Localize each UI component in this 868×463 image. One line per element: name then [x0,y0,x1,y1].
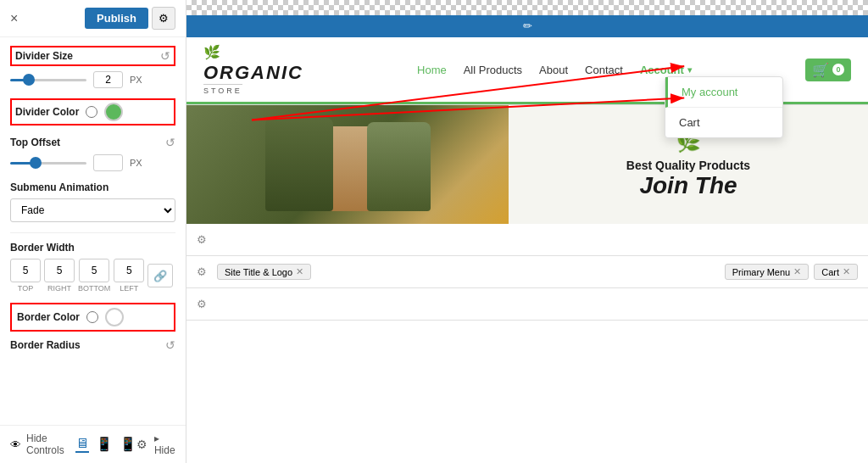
divider-size-unit: PX [130,75,142,85]
border-color-swatch[interactable] [105,308,124,326]
nav-logo-sub: STORE [203,84,242,95]
top-offset-value[interactable] [93,154,123,171]
submenu-animation-select[interactable]: Fade Slide None [10,198,175,222]
border-right-input[interactable]: 5 [44,259,75,282]
cart-pill-close[interactable]: ✕ [843,266,850,277]
hide-controls-label: Hide Controls [26,432,75,456]
preview-subtitle: Best Quality Products [626,159,750,172]
border-link-button[interactable]: 🔗 [147,264,173,287]
border-right-label: RIGHT [47,284,71,293]
row-2-right: Primary Menu ✕ Cart ✕ [725,264,868,280]
row-1-add-icon[interactable]: ⚙ [186,233,217,246]
dropdown-item-cart[interactable]: Cart [665,108,782,137]
top-offset-slider-row: PX [10,154,175,171]
nav-link-about[interactable]: About [539,64,568,76]
divider-color-section: Divider Color [10,98,175,126]
desktop-icon[interactable]: 🖥 [75,436,89,453]
account-chevron-icon: ▾ [687,65,692,75]
nav-cart[interactable]: 🛒 0 [805,59,851,81]
cart-badge: 0 [832,64,844,75]
top-offset-reset[interactable]: ↺ [165,136,175,149]
divider-color-swatch[interactable] [104,103,123,121]
nav-logo: 🌿 ORGANIC STORE [203,44,303,95]
tablet-icon[interactable]: 📱 [96,436,113,453]
dropdown-item-myaccount[interactable]: My account [665,77,782,108]
border-top-wrap: 5 TOP [10,259,41,293]
preview-area: ✏ 🌿 ORGANIC STORE Home All Products Abou… [186,0,868,463]
section-edit-icon[interactable]: ✏ [517,15,537,36]
top-offset-unit: PX [130,158,142,168]
row-3-add-icon[interactable]: ⚙ [186,298,217,310]
bag-dark [367,122,431,211]
close-button[interactable]: × [10,11,18,26]
account-dropdown-menu: My account Cart [665,76,783,138]
nav-logo-title: ORGANIC [203,62,303,84]
border-left-input[interactable]: 5 [114,259,144,282]
border-inputs: 5 TOP 5 RIGHT 5 BOTTOM 5 LEFT [10,259,175,293]
submenu-animation-label: Submenu Animation [10,181,175,193]
border-radius-label: Border Radius [10,339,81,351]
divider-size-slider[interactable] [10,79,86,81]
divider-size-slider-row: 2 PX [10,71,175,88]
border-color-label: Border Color [17,311,80,323]
mobile-icon[interactable]: 📱 [120,436,136,453]
row-2-add-icon[interactable]: ⚙ [186,265,217,278]
border-left-label: LEFT [120,284,138,293]
publish-button[interactable]: Publish [85,8,148,29]
nav-links: Home All Products About Contact Account … [417,64,692,76]
border-color-radio[interactable] [86,311,98,323]
hide-controls-toggle[interactable]: 👁 Hide Controls [10,432,75,456]
top-offset-slider[interactable] [10,162,86,165]
nav-link-contact[interactable]: Contact [585,64,623,76]
divider-size-value[interactable]: 2 [93,71,123,88]
divider-size-reset[interactable]: ↺ [160,49,170,63]
submenu-animation-section: Submenu Animation Fade Slide None [10,181,175,222]
cart-pill-label: Cart [821,267,839,277]
publish-area: Publish ⚙ [85,7,175,30]
divider-size-section: Divider Size ↺ 2 PX [10,46,175,88]
account-label: Account [640,64,684,76]
device-icons: 🖥 📱 📱 [75,436,136,453]
hide-button[interactable]: ▸ Hide [154,432,175,456]
divider-size-label: Divider Size [15,50,73,62]
border-bottom-input[interactable]: 5 [79,259,109,282]
nav-account-dropdown[interactable]: Account ▾ [640,64,692,76]
primary-menu-close[interactable]: ✕ [793,266,801,277]
panel-content: Divider Size ↺ 2 PX Divider Color [0,37,186,425]
border-width-label: Border Width [10,242,175,254]
nav-link-home[interactable]: Home [417,64,447,76]
nav-link-all-products[interactable]: All Products [464,64,522,76]
border-width-section: Border Width 5 TOP 5 RIGHT 5 BOTTOM [10,242,175,293]
border-right-wrap: 5 RIGHT [44,259,75,293]
divider-line [10,232,175,233]
site-title-logo-close[interactable]: ✕ [296,266,303,277]
border-radius-reset[interactable]: ↺ [165,338,175,352]
product-image [186,105,509,224]
preview-content: 🌿 Best Quality Products Join The ⚙ ⚙ Sit… [186,105,868,463]
footer-right-controls: ⚙ ▸ Hide [136,432,175,456]
panel-footer: 👁 Hide Controls 🖥 📱 📱 ⚙ ▸ Hide [0,425,186,463]
builder-row-2: ⚙ Site Title & Logo ✕ Primary Menu ✕ [186,256,868,288]
site-title-logo-pill: Site Title & Logo ✕ [217,264,311,280]
preview-heading: Join The [639,172,737,199]
divider-color-radio[interactable] [86,106,97,118]
border-radius-section: Border Radius ↺ [10,338,175,352]
builder-row-3: ⚙ [186,288,868,321]
primary-menu-pill: Primary Menu ✕ [725,264,809,280]
cart-pill: Cart ✕ [814,264,858,280]
top-offset-label: Top Offset [10,137,60,148]
footer-gear-icon[interactable]: ⚙ [136,438,147,451]
top-offset-section: Top Offset ↺ PX [10,136,175,171]
divider-color-label: Divider Color [15,106,79,118]
settings-button[interactable]: ⚙ [152,7,175,30]
left-panel: × Publish ⚙ Divider Size ↺ 2 PX [0,0,186,463]
row-2-content: Site Title & Logo ✕ [217,264,725,280]
bag-shapes [257,109,439,220]
border-bottom-wrap: 5 BOTTOM [78,259,110,293]
preview-top-bar [186,0,868,15]
nav-bar: 🌿 ORGANIC STORE Home All Products About … [186,37,868,104]
border-left-wrap: 5 LEFT [114,259,144,293]
border-top-input[interactable]: 5 [10,259,41,282]
bag-green [265,118,333,211]
border-top-label: TOP [18,284,33,293]
